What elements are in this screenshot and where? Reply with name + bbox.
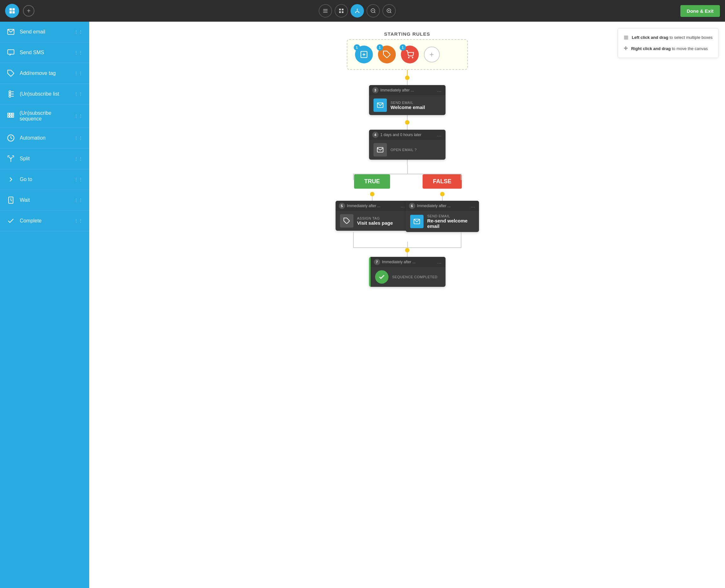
node-5-menu[interactable]: … — [401, 203, 406, 208]
right-click-rest: to move the canvas — [672, 46, 708, 51]
node-7-menu[interactable]: … — [437, 259, 442, 265]
rule-icon-2[interactable]: 1 — [378, 46, 396, 63]
svg-rect-7 — [339, 8, 341, 10]
sidebar-item-unsubscribe-list[interactable]: (Un)subscribe list ⋮⋮ — [0, 84, 89, 105]
node-3-menu[interactable]: … — [437, 88, 442, 93]
sidebar-label-go-to: Go to — [20, 176, 32, 182]
svg-rect-35 — [12, 116, 14, 117]
node-7-header-text: Immediately after ... — [382, 260, 415, 264]
drag-handle[interactable]: ⋮⋮ — [74, 50, 83, 55]
svg-rect-5 — [323, 10, 328, 11]
list-view-button[interactable] — [319, 4, 332, 18]
send-email-icon — [374, 99, 387, 112]
node-6-header-text: Immediately after ... — [417, 204, 451, 208]
rule-icon-3[interactable]: 1 — [401, 46, 419, 63]
sidebar-item-automation[interactable]: Automation ⋮⋮ — [0, 128, 89, 148]
svg-rect-8 — [342, 8, 344, 10]
sidebar-item-go-to[interactable]: Go to ⋮⋮ — [0, 169, 89, 190]
node-6-menu[interactable]: … — [471, 203, 476, 208]
node-assign-tag[interactable]: 5 Immediately after ... … ASSIG — [336, 201, 409, 231]
node-5-header: 5 Immediately after ... … — [336, 201, 409, 211]
drag-handle[interactable]: ⋮⋮ — [74, 29, 83, 35]
node-7-type-label: SEQUENCE COMPLETED — [392, 275, 438, 279]
assign-tag-icon — [340, 214, 354, 228]
node-send-email-welcome[interactable]: 3 Immediately after ... … SEND EMAIL Wel… — [369, 85, 446, 115]
drag-handle[interactable]: ⋮⋮ — [74, 177, 83, 182]
true-branch: TRUE 5 Immediately after ... … — [347, 174, 398, 231]
drag-handle[interactable]: ⋮⋮ — [74, 71, 83, 76]
left-click-bold: Left click and drag — [632, 35, 668, 40]
right-click-bold: Right click and drag — [631, 46, 670, 51]
node-sequence-complete[interactable]: 7 Immediately after ... … SEQUENCE COMPL… — [369, 257, 446, 287]
drag-handle[interactable]: ⋮⋮ — [74, 135, 83, 141]
sidebar-label-wait: Wait — [20, 197, 30, 203]
sidebar-label-automation: Automation — [20, 135, 46, 141]
sidebar-item-unsubscribe-sequence[interactable]: (Un)subscribe sequence ⋮⋮ — [0, 105, 89, 128]
sidebar-item-complete[interactable]: Complete ⋮⋮ — [0, 211, 89, 231]
add-button[interactable]: + — [23, 5, 35, 17]
grid-view-button[interactable] — [335, 4, 348, 18]
svg-rect-31 — [10, 113, 12, 115]
sidebar-label-unsubscribe-sequence: (Un)subscribe sequence — [20, 110, 74, 122]
starting-rules-section: STARTING RULES 1 1 — [99, 31, 716, 287]
svg-point-27 — [9, 93, 11, 95]
flow-view-button[interactable] — [350, 4, 364, 18]
svg-rect-30 — [8, 113, 9, 115]
sidebar-item-send-email[interactable]: Send email ⋮⋮ — [0, 22, 89, 42]
svg-rect-0 — [9, 8, 12, 10]
canvas-area[interactable]: ▦ Left click and drag to select multiple… — [89, 22, 725, 588]
sidebar-item-add-remove-tag[interactable]: Add/remove tag ⋮⋮ — [0, 63, 89, 84]
svg-rect-2 — [9, 11, 12, 14]
sidebar-item-send-sms[interactable]: Send SMS ⋮⋮ — [0, 42, 89, 63]
complete-icon — [6, 216, 15, 225]
rule-icon-1[interactable]: 1 — [355, 46, 373, 63]
zoom-out-button[interactable] — [366, 4, 380, 18]
node-6-badge: 6 — [409, 203, 415, 209]
node-open-email[interactable]: 4 1 days and 0 hours later … OPEN EMAIL … — [369, 130, 446, 160]
rule-badge-2: 1 — [377, 44, 383, 51]
zoom-in-button[interactable] — [382, 4, 396, 18]
topbar-right: Done & Exit — [680, 5, 720, 17]
svg-rect-6 — [323, 12, 328, 13]
rule-badge-1: 1 — [354, 44, 360, 51]
svg-rect-32 — [12, 113, 14, 115]
sms-icon — [6, 48, 15, 57]
starting-rules-label: STARTING RULES — [384, 31, 430, 37]
node-7-badge: 7 — [374, 259, 380, 265]
connector-line-6 — [407, 252, 408, 257]
connector-dot-false — [440, 192, 445, 196]
topbar-center-controls — [319, 4, 396, 18]
node-5-body: ASSIGN TAG Visit sales page — [336, 211, 409, 231]
node-resend-email[interactable]: 6 Immediately after ... … SEND — [406, 201, 479, 232]
true-label: TRUE — [354, 174, 390, 189]
node-5-badge: 5 — [339, 203, 345, 209]
drag-handle[interactable]: ⋮⋮ — [74, 197, 83, 203]
connector-line-3 — [407, 115, 408, 120]
tag-icon — [6, 69, 15, 78]
node-4-header-text: 1 days and 0 hours later — [381, 132, 422, 137]
sidebar-item-split[interactable]: Split ⋮⋮ — [0, 148, 89, 169]
drag-handle[interactable]: ⋮⋮ — [74, 91, 83, 97]
main-layout: ⋮ Send email ⋮⋮ Send SMS ⋮⋮ — [0, 22, 725, 588]
goto-icon — [6, 175, 15, 184]
sidebar-item-wait[interactable]: Wait ⋮⋮ — [0, 190, 89, 211]
node-7-header: 7 Immediately after ... … — [370, 257, 446, 267]
open-email-icon — [374, 143, 387, 156]
node-4-menu[interactable]: … — [437, 132, 442, 138]
split-icon — [6, 154, 15, 163]
drag-handle[interactable]: ⋮⋮ — [74, 113, 83, 119]
svg-line-21 — [390, 12, 391, 13]
starting-rules-box: 1 1 1 — [347, 39, 468, 70]
connector-dot-merge — [405, 248, 409, 252]
node-3-header: 3 Immediately after ... … — [369, 85, 446, 95]
app-logo[interactable] — [5, 4, 19, 18]
svg-rect-9 — [339, 12, 341, 13]
sidebar-label-complete: Complete — [20, 218, 41, 224]
drag-handle[interactable]: ⋮⋮ — [74, 218, 83, 224]
svg-point-42 — [412, 57, 413, 58]
done-exit-button[interactable]: Done & Exit — [680, 5, 720, 17]
add-rule-button[interactable]: + — [424, 46, 440, 62]
drag-handle[interactable]: ⋮⋮ — [74, 156, 83, 161]
complete-check-icon — [375, 270, 388, 284]
svg-point-41 — [408, 57, 409, 58]
